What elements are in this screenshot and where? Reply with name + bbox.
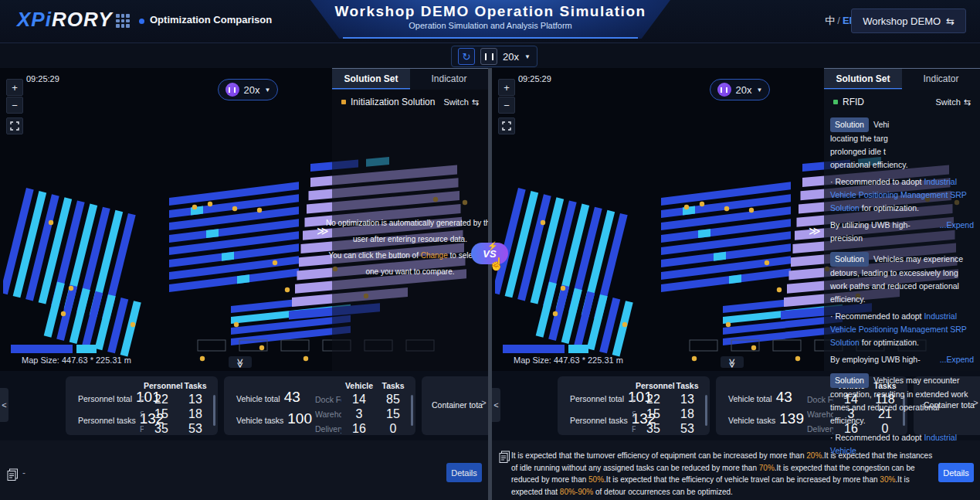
zoom-out-button[interactable]: − [498,97,515,114]
table-scrollbar[interactable] [411,395,413,426]
stats-scroll-right-button[interactable]: > [480,394,488,411]
table-row: Shelving S...1518 [632,406,704,421]
switch-solution-button[interactable]: Switch⇆ [935,97,971,107]
stats-scroll-left-button[interactable]: < [0,388,8,422]
title-banner: Workshop DEMO Operation Simulation Opera… [310,0,670,39]
zoom-in-button[interactable]: + [6,79,23,96]
sidebar-tabs: Solution Set Indicator [824,68,980,90]
stats-scroll-left-button[interactable]: < [492,388,500,422]
panel-speed-control[interactable]: 20x ▼ [710,79,770,100]
section-dot-icon [139,19,144,24]
panel-speed-control[interactable]: 20x ▼ [218,79,278,100]
bottom-bar-left: - Details [0,440,488,500]
vehicle-tasks-value: 139 [779,410,804,427]
fullscreen-button[interactable] [498,117,515,134]
solution-chip: Solution [830,373,869,388]
sidebar-collapse-handle[interactable]: ≫ [809,224,819,238]
report-icon [499,451,510,463]
tab-solution-set[interactable]: Solution Set [332,69,410,90]
fullscreen-button[interactable] [6,117,23,134]
pause-circle-icon[interactable] [717,83,731,97]
top-header: XPiRORY Optimization Comparison Workshop… [0,0,980,43]
speed-value: 20x [503,51,519,63]
recommendation: · Recommended to adopt Industrial Vehicl… [830,310,974,349]
report-icon [7,468,19,481]
sidebar-tabs: Solution Set Indicator [332,68,488,90]
report-placeholder: - [22,468,25,478]
table-scrollbar[interactable] [213,395,215,426]
vehicle-total-value: 43 [284,389,300,405]
expand-icon [10,121,19,131]
vehicle-table: VehicleTasks Dock Forklift.1485 Warehous… [315,379,409,436]
expand-row: By employing UWB high- ...Expend [830,353,974,366]
playback-toolbar: ↻ 20x ▼ [451,46,537,67]
personnel-card: Personnel total101 Personnel tasks132 Pe… [66,376,218,435]
collapse-stats-button[interactable]: ≫ [721,356,744,368]
workspace-switch-button[interactable]: Workshop DEMO ⇆ [851,9,966,33]
switch-icon: ⇆ [964,97,971,107]
change-hint-line: You can click the button of Change to se… [326,247,488,264]
solution-name: Initialization Solution [351,97,435,107]
table-row: Delivery V...160 [315,421,409,436]
page-subtitle: Operation Simulation and Analysis Platfo… [310,21,670,30]
stats-bar-left: < Personnel total101 Personnel tasks132 … [0,371,488,442]
solution-block: SolutionVehicles may encounter congestio… [830,373,974,427]
pause-button[interactable] [480,48,497,65]
sim-time: 09:25:29 [518,74,551,83]
pause-icon [485,53,493,60]
personnel-table: PersonnelTasks Receiving ...2213 Shelvin… [632,379,704,436]
sidebar-collapse-handle[interactable]: ≫ [317,224,327,238]
chevron-down-icon[interactable]: ▼ [265,87,271,94]
switch-icon: ⇆ [946,15,955,27]
tab-indicator[interactable]: Indicator [902,69,980,90]
page-title: Workshop DEMO Operation Simulation [310,3,670,20]
personnel-card: Personnel total101 Personnel tasks132 Pe… [558,376,710,435]
solution-bullet-icon [341,100,346,104]
solution-chip: Solution [830,252,869,267]
pointing-hand-icon: ☝ [489,257,504,271]
details-button[interactable]: Details [938,463,974,482]
expand-link[interactable]: ...Expend [940,353,974,366]
switch-icon: ⇆ [472,97,479,107]
zoom-in-button[interactable]: + [498,79,515,96]
sidebar-body: RFID Switch⇆ SolutionVehi locating the t… [824,89,980,371]
table-row: Shelving S...1518 [140,406,212,421]
app-root: XPiRORY Optimization Comparison Workshop… [0,0,980,500]
details-button[interactable]: Details [446,463,482,482]
tab-indicator[interactable]: Indicator [410,69,488,90]
solution-chip: Solution [830,117,869,132]
expand-link[interactable]: ...Expend [940,219,974,245]
apps-grid-icon[interactable] [116,14,130,28]
lightning-icon: ⚡ [487,241,498,251]
tab-solution-set[interactable]: Solution Set [824,69,902,90]
table-scrollbar[interactable] [705,395,707,426]
solution-analysis: SolutionVehi locating the targ prolonged… [824,112,980,463]
chevron-down-icon[interactable]: ▼ [757,87,763,94]
pause-circle-icon[interactable] [226,83,239,97]
sidebar-body: Initialization Solution Switch⇆ No optim… [332,89,488,371]
vehicle-card: Vehicle total43 Vehicle tasks100 Vehicle… [224,376,415,435]
expand-icon [502,121,511,131]
chevron-down-icon[interactable]: ▼ [524,53,531,60]
map-viewport-right[interactable]: 09:25:29 + − 20x ▼ Map Size: 447.63 * 22… [492,68,980,371]
section-label: Optimization Comparison [150,14,272,26]
switch-solution-button[interactable]: Switch⇆ [443,97,479,107]
refresh-button[interactable]: ↻ [458,48,475,65]
vehicle-tasks-value: 100 [287,410,312,427]
solution-name: RFID [843,97,864,107]
collapse-stats-button[interactable]: ≫ [229,356,252,368]
table-row: Receiving ...2213 [632,392,704,406]
solution-block: SolutionVehicles may experience detours,… [830,252,974,306]
lang-zh[interactable]: 中 [825,15,835,26]
zoom-out-button[interactable]: − [6,97,23,114]
table-row: Receiving ...2213 [140,392,212,406]
map-viewport-left[interactable]: 09:25:29 + − 20x ▼ Map Size: 447.63 * 22… [0,68,488,371]
solution-row: Initialization Solution Switch⇆ [332,89,488,112]
vehicle-total-value: 43 [776,389,792,405]
sidebar-left: Solution Set Indicator Initialization So… [332,68,488,371]
table-row: Picking Staff.3553 [632,421,704,436]
recommendation: · Recommended to adopt Industrial Vehicl… [830,431,974,457]
panel-divider [488,68,492,500]
container-card: Container tota [422,376,488,435]
table-row: Warehous...315 [315,406,409,421]
